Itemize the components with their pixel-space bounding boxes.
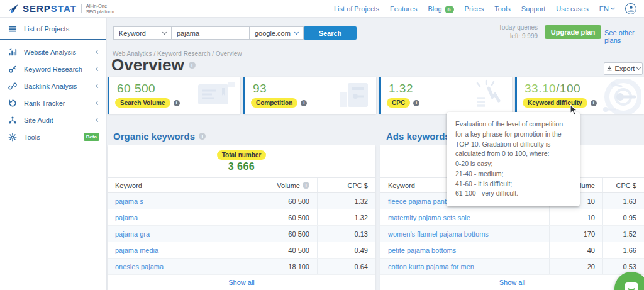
column-cpc[interactable]: CPC $	[602, 178, 644, 192]
keyword-link[interactable]: pajama	[115, 214, 138, 221]
sidebar-item-label: Site Audit	[24, 116, 89, 124]
beta-badge: Beta	[84, 133, 99, 141]
competition-label: Competition	[251, 98, 297, 108]
info-icon[interactable]: i	[199, 133, 206, 140]
sidebar-divider	[0, 39, 106, 40]
volume-value: 18 100	[223, 259, 317, 274]
organic-keywords-panel: Total number 3 666 Keyword Volumei CPC $…	[108, 145, 375, 290]
volume-value: 60 500	[223, 209, 317, 225]
search-engine-select[interactable]: google.com	[249, 26, 304, 40]
gear-icon	[8, 133, 17, 142]
user-avatar[interactable]	[625, 3, 636, 14]
serpstat-logo-icon	[8, 4, 18, 14]
search-type-select[interactable]: Keyword	[113, 26, 172, 40]
sidebar-item-site-audit[interactable]: Site Audit	[0, 111, 106, 128]
keyword-query-input[interactable]	[171, 26, 250, 40]
nav-prices[interactable]: Prices	[465, 5, 484, 13]
keyword-link[interactable]: onesies pajama	[115, 263, 164, 270]
sidebar-item-rank-tracker[interactable]: Rank Tracker	[0, 94, 106, 111]
sidebar-item-keyword-research[interactable]: Keyword Research	[0, 60, 106, 77]
cpc-value: 0.13	[317, 226, 375, 242]
table-row: onesies pajama 18 100 0.64	[108, 259, 375, 275]
nav-blog[interactable]: Blog6	[428, 5, 454, 13]
chevron-left-icon	[96, 67, 100, 71]
nav-list-of-projects[interactable]: List of Projects	[334, 5, 379, 13]
ads-show-all-link[interactable]: Show all	[499, 279, 526, 286]
serpstat-app: SERPSTAT All-in-One SEO platform List of…	[0, 0, 644, 290]
menu-icon	[8, 25, 17, 33]
info-icon[interactable]: i	[591, 100, 597, 106]
nav-use-cases[interactable]: Use cases	[556, 5, 588, 13]
chevron-left-icon	[96, 84, 100, 88]
info-icon[interactable]: i	[189, 62, 196, 69]
competition-value: 93	[253, 82, 376, 96]
organic-total-value: 3 666	[228, 161, 255, 172]
sidebar-item-label: Keyword Research	[24, 65, 89, 73]
column-volume[interactable]: Volumei	[223, 178, 317, 192]
table-row: pajama 60 500 1.32	[108, 209, 375, 226]
info-icon[interactable]: i	[413, 100, 419, 106]
info-icon[interactable]: i	[303, 182, 309, 189]
organic-keywords-title: Organic keywords i	[113, 131, 206, 142]
sidebar-item-backlink-analysis[interactable]: Backlink Analysis	[0, 77, 106, 94]
nav-support[interactable]: Support	[521, 5, 546, 13]
cpc-value: 1.66	[602, 242, 644, 258]
key-icon	[8, 65, 17, 74]
sidebar-item-label: List of Projects	[24, 25, 99, 33]
top-bar: SERPSTAT All-in-One SEO platform List of…	[0, 0, 644, 18]
total-number-label: Total number	[217, 150, 267, 160]
cpc-value: 0.64	[317, 259, 375, 274]
search-button[interactable]: Search	[304, 26, 357, 40]
chart-icon	[8, 48, 17, 57]
keyword-link[interactable]: maternity pajama sets sale	[388, 214, 470, 221]
info-icon[interactable]: i	[301, 100, 307, 106]
card-cpc: 1.32 CPC i	[379, 77, 512, 114]
info-icon[interactable]: i	[174, 100, 180, 106]
chevron-left-icon	[96, 101, 100, 105]
table-header: Keyword Volumei CPC $	[108, 177, 375, 193]
top-navigation: List of Projects Features Blog6 Prices T…	[334, 3, 636, 14]
cpc-value: 0.95	[602, 209, 644, 225]
sidebar-item-label: Website Analysis	[24, 48, 89, 56]
organic-show-all-link[interactable]: Show all	[228, 279, 255, 286]
logo-divider	[81, 4, 82, 13]
keyword-link[interactable]: women's flannel pajama bottoms	[388, 230, 489, 238]
card-search-volume: 60 500 Search Volume i	[108, 77, 240, 114]
sidebar-item-label: Tools	[24, 133, 77, 141]
sidebar-item-website-analysis[interactable]: Website Analysis	[0, 43, 106, 60]
link-icon	[8, 82, 17, 91]
keyword-link[interactable]: pajama gra	[115, 230, 150, 238]
sidebar-item-tools[interactable]: Tools Beta	[0, 128, 106, 145]
export-button[interactable]: Export	[604, 62, 643, 75]
nav-tools[interactable]: Tools	[494, 5, 511, 13]
search-volume-label: Search Volume	[115, 98, 170, 108]
column-cpc[interactable]: CPC $	[317, 178, 375, 192]
blog-count-badge: 6	[445, 6, 454, 13]
volume-value: 60 500	[223, 226, 317, 242]
keyword-link[interactable]: pajama s	[115, 198, 143, 205]
organic-total: Total number 3 666	[108, 145, 375, 177]
table-row: pajama media 40 500 0.49	[108, 242, 375, 259]
search-type-value: Keyword	[119, 30, 146, 37]
column-keyword[interactable]: Keyword	[108, 178, 223, 192]
upgrade-plan-button[interactable]: Upgrade plan	[545, 25, 601, 39]
cpc-value: 0.53	[602, 259, 644, 274]
history-icon	[8, 99, 17, 108]
keyword-difficulty-value: 33.10/100	[525, 82, 644, 96]
sidebar-item-list-of-projects[interactable]: List of Projects	[0, 20, 106, 37]
language-selector[interactable]: EN	[599, 5, 614, 13]
brand-logo[interactable]: SERPSTAT All-in-One SEO platform	[8, 3, 114, 14]
brand-tagline: All-in-One SEO platform	[86, 3, 114, 14]
table-row: maternity pajama sets sale 10 0.95	[380, 209, 644, 226]
sidebar: List of Projects Website Analysis Keywor…	[0, 18, 107, 290]
cpc-value: 1.32	[389, 82, 512, 96]
keyword-link[interactable]: pajama media	[115, 247, 158, 254]
chevron-down-icon	[294, 30, 299, 34]
see-other-plans-link[interactable]: See other plans	[604, 29, 644, 44]
nav-features[interactable]: Features	[390, 5, 417, 13]
keyword-link[interactable]: cotton kurta pajama for men	[388, 263, 474, 270]
card-competition: 93 Competition i	[243, 77, 376, 114]
keyword-link[interactable]: petite pajama bottoms	[388, 247, 456, 254]
chevron-left-icon	[96, 118, 100, 122]
table-row: pajama s 60 500 1.32	[108, 193, 375, 209]
